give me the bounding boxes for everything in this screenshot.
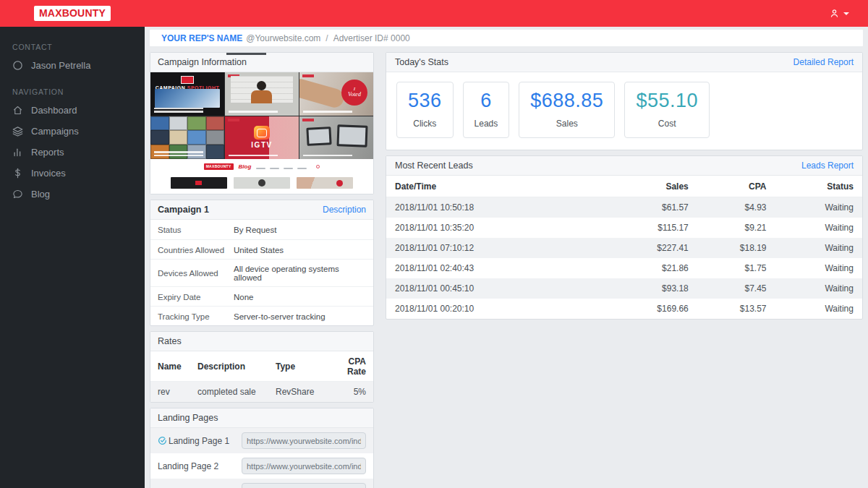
sidebar-item-blog[interactable]: Blog <box>0 184 145 205</box>
panel-title: Landing Pages <box>158 413 218 423</box>
rate-type: RevShare <box>276 387 344 397</box>
stat-card: $688.85 Sales <box>519 82 615 138</box>
sidebar-item-campaigns[interactable]: Campaigns <box>0 121 145 142</box>
table-row: 2018/11/01 00:45:10 $93.18 $7.45 Waiting <box>386 278 862 299</box>
info-label: Status <box>158 226 234 234</box>
lead-datetime: 2018/11/01 00:45:10 <box>395 283 579 294</box>
description-link[interactable]: Description <box>323 205 366 215</box>
stat-value: 536 <box>408 90 442 112</box>
home-icon <box>12 105 23 116</box>
lead-sales: $21.86 <box>579 263 689 273</box>
panel-title: Campaign Information <box>158 57 247 67</box>
detailed-report-link[interactable]: Detailed Report <box>793 57 854 67</box>
maxbounty-logo[interactable]: MAXBOUNTY <box>34 6 111 21</box>
landing-page-url-input[interactable] <box>242 432 366 449</box>
logo-text: MAXBOUNTY <box>39 7 106 19</box>
collage-tile-voted: I Voted <box>299 72 373 116</box>
column-header: CPA <box>689 181 767 192</box>
hand-image <box>299 77 346 109</box>
user-icon <box>829 8 840 19</box>
column-header: Name <box>158 361 197 372</box>
stat-label: Leads <box>475 119 498 129</box>
campaign-info-rows: Status By Request Countries Allowed Unit… <box>150 220 373 325</box>
status-badge: Waiting <box>767 283 854 294</box>
advertiser-id: Advertiser ID# 0000 <box>333 33 410 43</box>
info-label: Devices Allowed <box>158 269 234 278</box>
sidebar-item-reports[interactable]: Reports <box>0 142 145 163</box>
caption-bars <box>154 106 203 113</box>
category-tag <box>228 119 239 121</box>
campaign-info-row: Status By Request <box>150 220 373 239</box>
info-value: Server-to-server tracking <box>234 312 326 321</box>
campaign-details-panel: Campaign 1 Description Status By Request… <box>150 200 374 326</box>
leads-rows: 2018/11/01 10:50:18 $61.57 $4.93 Waiting… <box>386 197 862 319</box>
stat-value: 6 <box>475 90 498 112</box>
landing-page-row: Landing Page 2 <box>150 453 373 479</box>
lead-datetime: 2018/11/01 10:35:20 <box>395 223 579 233</box>
sidebar: CONTACT Jason Petrella NAVIGATION Dashbo… <box>0 27 145 488</box>
rate-cpa: 5% <box>344 387 366 397</box>
lead-cpa: $1.75 <box>689 263 767 273</box>
sidebar-item-dashboard[interactable]: Dashboard <box>0 100 145 121</box>
collage-tile-igtv: IGTV <box>225 116 299 160</box>
campaign-info-row: Tracking Type Server-to-server tracking <box>150 306 373 325</box>
campaign-title: Campaign 1 <box>158 205 209 215</box>
rates-rows: rev completed sale RevShare 5% <box>150 382 373 402</box>
caption-bars <box>229 153 278 157</box>
recent-leads-panel: Most Recent Leads Leads Report Date/Time… <box>386 155 863 320</box>
breadcrumb-separator: / <box>326 33 328 43</box>
layers-icon <box>12 126 23 137</box>
landing-page-label: Landing Page 1 <box>169 436 229 446</box>
status-badge: Waiting <box>767 304 854 314</box>
blog-thumbnail <box>297 177 353 189</box>
sidebar-item-contact-rep[interactable]: Jason Petrella <box>0 55 145 76</box>
category-tag <box>302 119 314 121</box>
search-icon <box>316 165 320 168</box>
lead-datetime: 2018/11/01 07:10:12 <box>395 243 579 253</box>
monitor-image <box>306 127 331 146</box>
info-label: Tracking Type <box>158 312 234 321</box>
left-column: Campaign Information CAMPAIGN SPOTLIGHT <box>150 52 374 488</box>
blog-header-strip: MAXBOUNTY Blog <box>150 159 373 174</box>
campaign-info-row: Devices Allowed All device operating sys… <box>150 259 373 286</box>
sidebar-item-invoices[interactable]: Invoices <box>0 163 145 184</box>
campaign-info-row: Countries Allowed United States <box>150 239 373 259</box>
info-value: United States <box>234 246 284 254</box>
caption-bars <box>303 109 352 113</box>
lead-sales: $169.66 <box>579 304 689 314</box>
lead-cpa: $4.93 <box>689 202 767 213</box>
lead-sales: $115.17 <box>579 223 689 233</box>
blog-nav-links <box>256 161 311 171</box>
blog-thumbnails-row <box>150 174 373 194</box>
monitor-image <box>336 124 367 147</box>
column-header: Description <box>197 361 276 372</box>
info-value: All device operating systems allowed <box>234 265 366 282</box>
bar-chart-icon <box>12 147 23 158</box>
info-label: Expiry Date <box>158 293 234 301</box>
leads-report-link[interactable]: Leads Report <box>801 160 854 171</box>
landing-page-row: Landing Page 1 <box>150 428 373 453</box>
rates-row: rev completed sale RevShare 5% <box>150 382 373 402</box>
landing-page-url-input[interactable] <box>242 483 366 488</box>
horizontal-scrollbar-thumb[interactable] <box>226 53 266 55</box>
stat-value: $688.85 <box>530 90 603 112</box>
user-menu-button[interactable] <box>829 8 849 19</box>
landing-page-label: Landing Page 2 <box>158 461 218 471</box>
lead-cpa: $13.57 <box>689 304 767 314</box>
rates-panel: Rates Name Description Type CPA Rate rev… <box>150 331 374 403</box>
landing-page-url-input[interactable] <box>242 458 366 474</box>
sidebar-contact-label: CONTACT <box>12 43 132 51</box>
igtv-icon <box>254 126 270 140</box>
todays-stats-panel: Today's Stats Detailed Report 536 Clicks… <box>386 52 863 150</box>
collage-tile-laptops <box>299 116 373 160</box>
rep-website: @Yourwebsite.com <box>246 33 320 43</box>
stat-label: Clicks <box>408 119 442 129</box>
right-column: Today's Stats Detailed Report 536 Clicks… <box>386 52 863 325</box>
sidebar-navigation-label: NAVIGATION <box>12 87 132 96</box>
panel-title: Rates <box>158 336 182 346</box>
stat-card: 6 Leads <box>463 82 510 138</box>
rep-name-link[interactable]: YOUR REP'S NAME <box>161 33 242 43</box>
category-tag <box>302 74 314 77</box>
info-value: None <box>234 293 254 301</box>
stat-card: 536 Clicks <box>396 82 454 138</box>
